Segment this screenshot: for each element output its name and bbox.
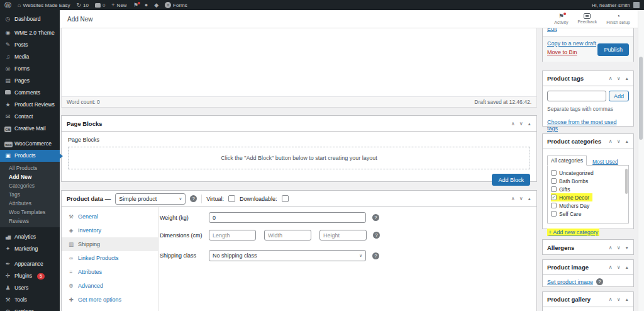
category-row-self-care[interactable]: Self Care (551, 210, 627, 218)
collapse-toggle[interactable]: ▲ (625, 297, 629, 302)
product-categories-header[interactable]: Product categories ∧ ∨ ▲ (543, 134, 633, 149)
product-image-help-icon[interactable]: ? (596, 278, 603, 285)
category-checkbox[interactable] (551, 170, 557, 176)
set-product-image-link[interactable]: Set product image (547, 279, 593, 285)
collapse-toggle[interactable]: ▲ (528, 122, 531, 126)
move-down-button[interactable]: ∨ (519, 121, 523, 127)
sidebar-item-contact[interactable]: ✉Contact (0, 111, 60, 123)
move-up-button[interactable]: ∧ (511, 196, 515, 201)
sidebar-item-analytics[interactable]: ▅▇Analytics (0, 231, 60, 243)
move-up-button[interactable]: ∧ (609, 264, 613, 270)
allergens-header[interactable]: Allergens ∧ ∨ ▼ (543, 240, 633, 255)
product-tags-header[interactable]: Product tags ∧ ∨ ▲ (543, 71, 633, 86)
plugin-flag-menu[interactable]: ⚑ (133, 3, 138, 8)
sidebar-item-woocommerce[interactable]: wooWooCommerce (0, 138, 60, 150)
product-type-help-icon[interactable]: ? (190, 195, 197, 202)
move-down-button[interactable]: ∨ (519, 196, 523, 201)
move-up-button[interactable]: ∧ (511, 121, 515, 127)
downloadable-checkbox[interactable] (282, 195, 289, 202)
sidebar-item-creative-mail[interactable]: CMCreative Mail (0, 123, 60, 135)
submenu-tags[interactable]: Tags (0, 190, 60, 199)
sidebar-item-forms[interactable]: ◎Forms (0, 63, 60, 75)
tab-get-more-options[interactable]: ✚Get more options (62, 293, 158, 307)
avatar[interactable] (633, 2, 640, 8)
updates-menu[interactable]: ↻10 (76, 3, 88, 8)
tab-attributes[interactable]: ≡Attributes (62, 265, 158, 279)
virtual-checkbox[interactable] (228, 195, 235, 202)
category-checkbox-checked[interactable]: ✓ (551, 195, 557, 200)
new-tag-input[interactable] (547, 91, 606, 101)
sidebar-item-tools[interactable]: ⚒Tools (0, 294, 60, 306)
sidebar-item-products[interactable]: ▣Products (0, 150, 60, 162)
shipping-class-help-icon[interactable]: ? (372, 252, 379, 259)
weight-help-icon[interactable]: ? (372, 214, 379, 221)
sidebar-item-appearance[interactable]: ✒Appearance (0, 258, 60, 270)
height-input[interactable] (319, 230, 367, 240)
weight-input[interactable] (209, 212, 366, 223)
sidebar-item-media[interactable]: ♫Media (0, 51, 60, 63)
category-row-home-decor[interactable]: ✓Home Decor (551, 193, 592, 201)
tab-most-used[interactable]: Most Used (592, 159, 618, 165)
sidebar-item-wme-theme[interactable]: ◉WME 2.0 Theme (0, 27, 60, 39)
add-tag-button[interactable]: Add (609, 91, 629, 101)
submenu-categories[interactable]: Categories (0, 181, 60, 190)
new-content-menu[interactable]: +New (111, 3, 126, 8)
submenu-attributes[interactable]: Attributes (0, 199, 60, 208)
page-blocks-header[interactable]: Page Blocks ∧ ∨ ▲ (62, 116, 536, 132)
submenu-add-new[interactable]: Add New (0, 172, 60, 181)
account-menu[interactable]: Hi, heather-smith (592, 3, 630, 8)
status-dot-menu[interactable]: ● (145, 3, 148, 8)
activity-button[interactable]: ⚑ Activity (554, 13, 568, 25)
sidebar-item-dashboard[interactable]: ◷Dashboard (0, 13, 60, 25)
submenu-all-products[interactable]: All Products (0, 164, 60, 172)
sidebar-item-product-reviews[interactable]: ★Product Reviews (0, 99, 60, 111)
forms-menu[interactable]: ≡Forms (165, 2, 187, 8)
category-row-gifts[interactable]: Gifts (551, 185, 627, 193)
collapse-toggle[interactable]: ▲ (625, 139, 629, 144)
sidebar-item-users[interactable]: ♟Users (0, 282, 60, 294)
category-checkbox[interactable] (551, 178, 557, 184)
dimensions-help-icon[interactable]: ? (373, 232, 380, 239)
move-up-button[interactable]: ∧ (609, 245, 613, 251)
category-row-uncategorized[interactable]: Uncategorized (551, 169, 627, 177)
category-checkbox[interactable] (551, 211, 557, 217)
move-to-bin-link[interactable]: Move to Bin (547, 49, 577, 55)
tab-advanced[interactable]: ⚙Advanced (62, 279, 158, 293)
move-down-button[interactable]: ∨ (617, 264, 621, 270)
scrollbar-thumb[interactable] (639, 57, 643, 140)
page-scrollbar[interactable] (638, 10, 644, 311)
add-block-button[interactable]: Add Block (492, 174, 530, 186)
collapse-toggle[interactable]: ▲ (625, 265, 629, 269)
category-row-bath-bombs[interactable]: Bath Bombs (551, 177, 627, 185)
submenu-reviews[interactable]: Reviews (0, 217, 60, 225)
collapse-toggle[interactable]: ▲ (625, 76, 629, 81)
tab-inventory[interactable]: ◈Inventory (62, 223, 158, 237)
move-down-button[interactable]: ∨ (617, 297, 621, 302)
sidebar-item-posts[interactable]: ✎Posts (0, 39, 60, 51)
sidebar-item-comments[interactable]: Comments (0, 87, 60, 99)
category-checkbox[interactable] (551, 186, 557, 192)
move-up-button[interactable]: ∧ (609, 297, 613, 302)
category-list-scrollbar[interactable] (625, 169, 628, 194)
finish-setup-button[interactable]: ◔ Finish setup (606, 13, 630, 25)
copy-to-draft-link[interactable]: Copy to a new draft (547, 40, 596, 47)
sidebar-item-marketing[interactable]: ✦Marketing (0, 243, 60, 255)
move-up-button[interactable]: ∧ (609, 76, 613, 81)
category-checkbox[interactable] (551, 203, 557, 208)
move-down-button[interactable]: ∨ (617, 76, 621, 81)
collapse-toggle[interactable]: ▲ (528, 196, 531, 201)
move-down-button[interactable]: ∨ (617, 245, 621, 251)
sidebar-item-plugins[interactable]: ✛Plugins5 (0, 270, 60, 282)
sidebar-item-settings[interactable]: ⚙Settings (0, 306, 60, 311)
shipping-class-select[interactable]: No shipping class ∨ (209, 250, 366, 261)
product-image-header[interactable]: Product image ∧ ∨ ▲ (543, 260, 633, 275)
move-down-button[interactable]: ∨ (617, 139, 621, 144)
comments-menu[interactable]: 0 (95, 3, 105, 8)
expand-toggle[interactable]: ▼ (625, 246, 629, 250)
submenu-woo-templates[interactable]: Woo Templates (0, 208, 60, 217)
feedback-button[interactable]: Feedback (578, 13, 597, 25)
length-input[interactable] (209, 230, 256, 240)
tab-linked-products[interactable]: ∞Linked Products (62, 251, 158, 265)
add-new-category-link[interactable]: + Add new category (547, 229, 599, 236)
site-name-menu[interactable]: ⌂Websites Made Easy (18, 3, 70, 8)
